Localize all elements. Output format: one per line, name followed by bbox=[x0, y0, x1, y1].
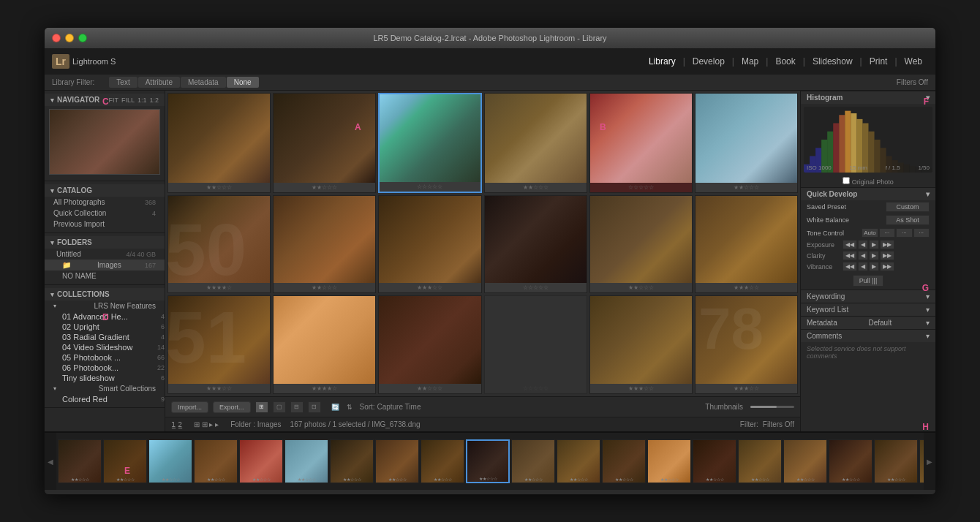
photo-cell-6[interactable]: ★★☆☆☆ bbox=[695, 93, 798, 193]
collection-tiny[interactable]: Tiny slideshow 6 bbox=[45, 373, 165, 383]
tone-dots[interactable]: ··· bbox=[879, 228, 895, 238]
vibrance-inc[interactable]: ▶ bbox=[869, 262, 879, 271]
folder-no-name[interactable]: NO NAME bbox=[45, 271, 165, 281]
film-thumb-7[interactable]: ★★☆☆☆ bbox=[330, 439, 374, 483]
collections-header[interactable]: Collections bbox=[45, 288, 165, 300]
filter-tab-metadata[interactable]: Metadata bbox=[181, 77, 226, 88]
vibrance-dec-dec[interactable]: ◀◀ bbox=[843, 262, 857, 271]
film-thumb-11[interactable]: ★★☆☆☆ bbox=[511, 439, 555, 483]
nav-library[interactable]: Library bbox=[643, 53, 682, 69]
photo-cell-2[interactable]: ★★☆☆☆ bbox=[273, 93, 376, 193]
photo-cell-11[interactable]: ★★☆☆☆ bbox=[589, 195, 693, 294]
nav-fill[interactable]: FILL bbox=[121, 97, 135, 104]
survey-view-button[interactable]: ⊡ bbox=[308, 401, 321, 413]
comments-header[interactable]: Comments ▾ bbox=[801, 329, 935, 342]
original-photo-check[interactable] bbox=[843, 177, 850, 184]
film-thumb-9[interactable]: ★★☆☆☆ bbox=[421, 439, 464, 483]
catalog-all-photos[interactable]: All Photographs 368 bbox=[45, 197, 165, 208]
folders-header[interactable]: Folders bbox=[45, 236, 165, 249]
tone-dots2[interactable]: ··· bbox=[896, 228, 912, 238]
sort-label[interactable]: Sort: Capture Time bbox=[360, 403, 421, 411]
film-thumb-10[interactable]: ★★☆☆☆ bbox=[466, 439, 510, 483]
collection-group-lrs[interactable]: ▾ LRS New Features bbox=[45, 300, 165, 311]
photo-cell-3[interactable]: ☆☆☆☆☆ bbox=[378, 93, 481, 193]
photo-cell-7[interactable]: ★★★★☆ bbox=[167, 195, 271, 294]
nav-1-2[interactable]: 1:2 bbox=[149, 97, 159, 104]
collection-group-smart[interactable]: ▾ Smart Collections bbox=[45, 383, 165, 394]
collection-01[interactable]: 01 Advanced He... 4 bbox=[45, 311, 165, 322]
film-thumb-5[interactable]: ★★☆☆☆ bbox=[239, 439, 283, 483]
white-balance-value[interactable]: As Shot bbox=[886, 215, 930, 225]
photo-cell-15[interactable]: ★★☆☆☆ bbox=[378, 295, 481, 394]
nav-fit[interactable]: FIT bbox=[108, 97, 118, 104]
nav-print[interactable]: Print bbox=[864, 53, 894, 69]
push-button[interactable]: Pull ||| bbox=[853, 275, 884, 287]
film-thumb-15[interactable]: ★★☆☆☆ bbox=[693, 439, 736, 483]
filters-off-status[interactable]: Filters Off bbox=[763, 420, 794, 428]
film-thumb-12[interactable]: ★★☆☆☆ bbox=[557, 439, 600, 483]
film-thumb-14[interactable]: ★★☆☆☆ bbox=[647, 439, 691, 483]
maximize-button[interactable] bbox=[78, 34, 87, 42]
histogram-header[interactable]: Histogram ▾ bbox=[801, 91, 935, 104]
collection-03[interactable]: 03 Radial Gradient 4 bbox=[45, 332, 165, 342]
tone-dots3[interactable]: ··· bbox=[913, 228, 930, 238]
film-thumb-2[interactable]: ★★☆☆☆ bbox=[103, 439, 147, 483]
close-button[interactable] bbox=[52, 34, 61, 42]
quick-develop-header[interactable]: Quick Develop ▾ bbox=[801, 187, 935, 200]
collection-colored-red[interactable]: Colored Red 9 bbox=[45, 394, 165, 404]
photo-cell-8[interactable]: ★★☆☆☆ bbox=[273, 195, 376, 294]
minimize-button[interactable] bbox=[65, 34, 74, 42]
film-thumb-4[interactable]: ★★☆☆☆ bbox=[194, 439, 238, 483]
nav-1-1[interactable]: 1:1 bbox=[137, 97, 147, 104]
navigator-thumbnail[interactable] bbox=[49, 109, 160, 175]
keywording-header[interactable]: Keywording ▾ bbox=[801, 290, 935, 303]
collection-02[interactable]: 02 Upright 6 bbox=[45, 322, 165, 332]
photo-cell-18[interactable]: ★★★☆☆ bbox=[695, 295, 798, 394]
export-button[interactable]: Export... bbox=[213, 401, 251, 413]
exposure-inc-inc[interactable]: ▶▶ bbox=[880, 240, 894, 249]
folder-images[interactable]: 📁 Images 167 bbox=[45, 260, 165, 271]
nav-slideshow[interactable]: Slideshow bbox=[807, 53, 859, 69]
photo-cell-13[interactable]: ★★★☆☆ bbox=[167, 295, 271, 394]
tone-auto[interactable]: Auto bbox=[862, 228, 878, 238]
clarity-dec-dec[interactable]: ◀◀ bbox=[843, 251, 857, 260]
film-thumb-17[interactable]: ★★☆☆☆ bbox=[783, 439, 827, 483]
photo-cell-9[interactable]: ★★★☆☆ bbox=[378, 195, 481, 294]
grid-view-button[interactable]: ⊞ bbox=[255, 401, 268, 413]
exposure-dec[interactable]: ◀ bbox=[858, 240, 868, 249]
photo-cell-14[interactable]: ★★★★☆ bbox=[273, 295, 376, 394]
catalog-previous-import[interactable]: Previous Import bbox=[45, 219, 165, 230]
clarity-inc-inc[interactable]: ▶▶ bbox=[880, 251, 894, 260]
vibrance-inc-inc[interactable]: ▶▶ bbox=[880, 262, 894, 271]
filter-tab-text[interactable]: Text bbox=[109, 77, 137, 88]
photo-cell-5[interactable]: ☆☆☆☆☆ bbox=[589, 93, 693, 193]
collection-05[interactable]: 05 Photobook ... 66 bbox=[45, 352, 165, 363]
import-button[interactable]: Import... bbox=[171, 401, 208, 413]
filmstrip-prev[interactable]: ◀ bbox=[45, 433, 56, 490]
keyword-list-header[interactable]: Keyword List ▾ bbox=[801, 303, 935, 316]
photo-cell-4[interactable]: ★★☆☆☆ bbox=[484, 93, 587, 193]
metadata-header[interactable]: Metadata Default ▾ bbox=[801, 316, 935, 329]
nav-develop[interactable]: Develop bbox=[687, 53, 731, 69]
catalog-quick-collection[interactable]: Quick Collection 4 bbox=[45, 208, 165, 219]
filter-tab-attribute[interactable]: Attribute bbox=[138, 77, 180, 88]
nav-web[interactable]: Web bbox=[899, 53, 928, 69]
photo-cell-16[interactable]: ☆☆☆☆☆ bbox=[484, 295, 587, 394]
photo-cell-10[interactable]: ☆☆☆☆☆ bbox=[484, 195, 587, 294]
film-thumb-16[interactable]: ★★☆☆☆ bbox=[738, 439, 782, 483]
compare-view-button[interactable]: ⊟ bbox=[290, 401, 304, 413]
nav-book[interactable]: Book bbox=[769, 53, 801, 69]
photo-cell-12[interactable]: ★★★☆☆ bbox=[695, 195, 798, 294]
film-thumb-6[interactable]: ★★☆☆☆ bbox=[284, 439, 328, 483]
collection-04[interactable]: 04 Video Slideshow 14 bbox=[45, 342, 165, 352]
film-thumb-8[interactable]: ★★☆☆☆ bbox=[375, 439, 419, 483]
collection-06[interactable]: 06 Photobook... 22 bbox=[45, 363, 165, 373]
metadata-value[interactable]: Default bbox=[869, 319, 892, 327]
photo-cell-1[interactable]: ★★☆☆☆ bbox=[167, 93, 271, 193]
exposure-dec-dec[interactable]: ◀◀ bbox=[843, 240, 857, 249]
film-thumb-20[interactable]: ★★☆☆☆ bbox=[919, 439, 924, 483]
film-thumb-18[interactable]: ★★☆☆☆ bbox=[829, 439, 872, 483]
filmstrip-next[interactable]: ▶ bbox=[924, 433, 935, 490]
film-thumb-19[interactable]: ★★☆☆☆ bbox=[874, 439, 918, 483]
film-thumb-1[interactable]: ★★☆☆☆ bbox=[58, 439, 102, 483]
